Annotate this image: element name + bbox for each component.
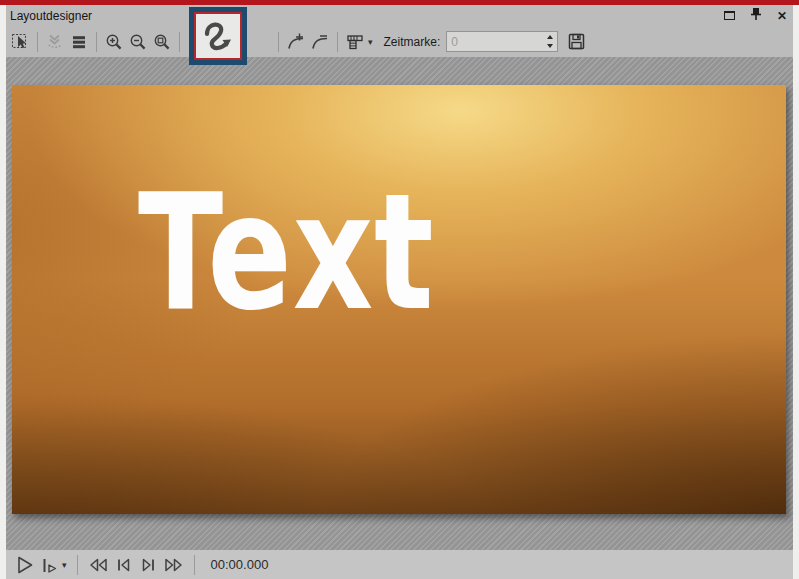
maximize-icon[interactable] (724, 11, 735, 20)
zeitmarke-input[interactable] (447, 32, 542, 51)
close-icon[interactable]: ✕ (777, 10, 787, 22)
add-curve-point-icon (286, 32, 306, 52)
zeitmarke-spinbox (446, 31, 558, 52)
skip-to-start-icon (114, 555, 134, 575)
playbar-separator (194, 555, 195, 575)
playback-bar: ▾ 00:00.000 (6, 550, 793, 579)
playbar-separator (77, 555, 78, 575)
skip-to-start-button[interactable] (112, 553, 136, 577)
time-marker-button[interactable] (343, 30, 367, 54)
spin-down-button[interactable] (542, 42, 557, 52)
skip-to-end-icon (138, 555, 158, 575)
time-marker-dropdown-caret[interactable]: ▾ (368, 37, 373, 47)
window-border-left (0, 5, 6, 579)
toolbar-separator (179, 32, 180, 52)
zoom-out-icon (128, 32, 148, 52)
skip-to-end-button[interactable] (136, 553, 160, 577)
toolbar-separator (37, 32, 38, 52)
play-icon (13, 554, 35, 576)
window-border-right (793, 5, 799, 579)
zoom-out-button[interactable] (126, 30, 150, 54)
select-tool-button[interactable] (8, 30, 32, 54)
add-curve-point-button[interactable] (284, 30, 308, 54)
save-icon (566, 31, 587, 52)
show-curve-points-button[interactable] (43, 30, 67, 54)
playback-time: 00:00.000 (211, 557, 269, 572)
canvas-text-object[interactable]: Text (138, 173, 434, 333)
fast-forward-button[interactable] (160, 553, 187, 577)
fast-forward-icon (162, 555, 185, 575)
remove-curve-point-icon (310, 32, 330, 52)
zoom-fit-icon (152, 32, 172, 52)
play-button[interactable] (11, 553, 37, 577)
toolbar: ▾ Zeitmarke: (6, 26, 793, 57)
save-button[interactable] (564, 30, 588, 54)
motion-path-tool-button[interactable] (194, 12, 242, 60)
layers-button[interactable] (67, 30, 91, 54)
play-from-position-button[interactable] (37, 553, 61, 577)
toolbar-separator (278, 32, 279, 52)
motion-path-tool-highlight (189, 7, 247, 65)
time-marker-icon (345, 32, 365, 52)
titlebar[interactable]: Layoutdesigner ✕ (0, 5, 799, 26)
zeitmarke-spinner (542, 32, 557, 51)
pin-icon[interactable] (750, 7, 762, 25)
motion-path-icon (199, 17, 237, 55)
toolbar-separator (96, 32, 97, 52)
zoom-in-icon (104, 32, 124, 52)
window-controls: ✕ (724, 7, 789, 25)
layout-canvas[interactable]: Text (12, 85, 786, 514)
toolbar-separator (337, 32, 338, 52)
zeitmarke-label: Zeitmarke: (384, 35, 441, 49)
zoom-fit-button[interactable] (150, 30, 174, 54)
spin-up-button[interactable] (542, 32, 557, 42)
window-accent-border (0, 0, 799, 5)
play-from-position-icon (39, 554, 59, 576)
select-icon (10, 32, 30, 52)
rewind-icon (87, 555, 110, 575)
layoutdesigner-window: Layoutdesigner ✕ (0, 0, 799, 579)
zoom-in-button[interactable] (102, 30, 126, 54)
layers-icon (69, 32, 89, 52)
workspace[interactable]: Text (6, 57, 793, 550)
rewind-button[interactable] (85, 553, 112, 577)
window-title: Layoutdesigner (10, 9, 92, 23)
play-options-caret[interactable]: ▾ (62, 560, 67, 570)
show-curve-points-icon (45, 32, 65, 52)
remove-curve-point-button[interactable] (308, 30, 332, 54)
